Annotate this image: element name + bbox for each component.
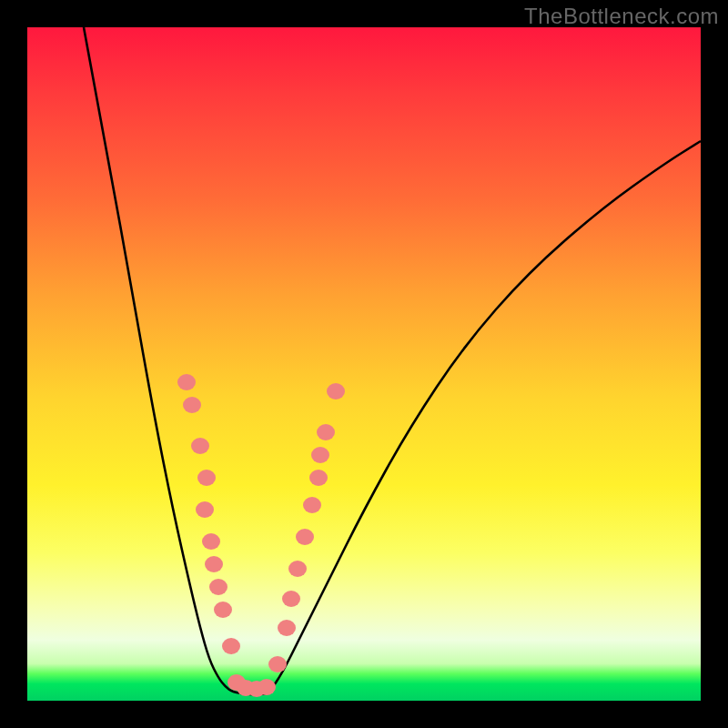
data-marker [327,383,345,399]
data-marker [202,533,220,550]
data-marker [282,591,300,607]
data-marker [296,529,314,545]
data-marker [303,497,321,513]
data-marker [317,424,335,440]
data-marker [311,447,329,463]
data-marker [288,561,307,577]
data-marker [222,638,240,654]
marker-group [177,374,345,697]
data-marker [205,556,223,572]
data-marker [309,470,328,486]
data-marker [214,602,232,618]
data-marker [177,374,196,390]
data-marker [196,501,214,518]
bottleneck-curve [84,27,701,694]
plot-area [27,27,701,701]
data-marker [183,397,201,413]
data-marker [268,656,287,672]
chart-frame: TheBottleneck.com [0,0,728,728]
data-marker [258,679,276,695]
data-marker [209,579,228,595]
curve-svg [27,27,701,701]
data-marker [191,438,209,454]
data-marker [278,620,296,636]
data-marker [197,470,216,486]
watermark-text: TheBottleneck.com [524,4,719,29]
